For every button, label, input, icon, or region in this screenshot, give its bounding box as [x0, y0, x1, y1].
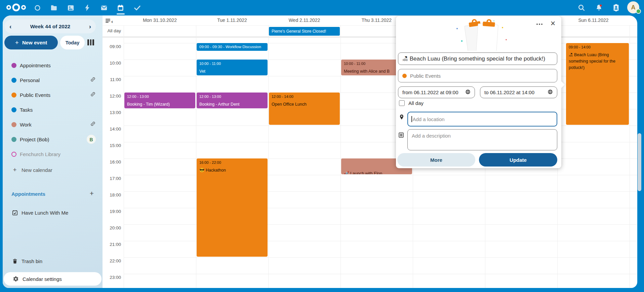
popup-actions-menu-icon[interactable]: [534, 21, 545, 28]
calendar-color-dot: [11, 122, 16, 127]
timezone-globe-icon[interactable]: [465, 89, 471, 96]
sidebar: ‹ Week 44 of 2022 › + New event Today Ap…: [3, 15, 103, 288]
day-header-2: Wed 2.11.2022: [268, 17, 340, 24]
sidebar-calendar-fenchurch-library[interactable]: Fenchurch Library: [3, 147, 103, 161]
calendar-check-icon: [11, 210, 18, 216]
hour-label: 12:00: [103, 94, 121, 99]
sidebar-calendar-tasks[interactable]: Tasks: [3, 103, 103, 116]
new-calendar-button[interactable]: + New calendar: [3, 163, 103, 177]
all-day-label: All day: [100, 28, 121, 33]
contacts-icon[interactable]: [612, 3, 620, 12]
event-title-input[interactable]: 🏖 Beach Luau (Bring something special fo…: [398, 52, 557, 65]
start-datetime-field[interactable]: from 06.11.2022 at 09:00: [398, 86, 475, 98]
calendar-name: Tasks: [20, 107, 33, 113]
text-cursor: [411, 116, 412, 122]
tasks-app-icon[interactable]: [133, 3, 142, 12]
hour-label: 10:00: [103, 61, 121, 66]
mail-app-icon[interactable]: [99, 3, 108, 12]
calendar-app-icon[interactable]: [116, 3, 125, 12]
event-7[interactable]: 16:00 - 22:00😎 Hackathon: [197, 158, 268, 257]
next-week-button[interactable]: ›: [89, 23, 91, 30]
grid-hour-line: [124, 274, 637, 274]
new-event-button[interactable]: + New event: [4, 36, 58, 49]
files-app-icon[interactable]: [50, 3, 58, 12]
photos-app-icon[interactable]: [66, 3, 75, 12]
sidebar-calendar-work[interactable]: Work: [3, 118, 103, 131]
event-title: 😎 Hackathon: [197, 165, 268, 174]
event-2[interactable]: 10:00 - 11:00Vet: [197, 60, 268, 75]
grid-vertical-line: [124, 25, 124, 288]
sidebar-calendar-public-events[interactable]: Public Events: [3, 88, 103, 102]
sidebar-calendar-personal[interactable]: Personal: [3, 73, 103, 87]
event-5[interactable]: 12:00 - 14:00Open Office Lunch: [269, 93, 340, 125]
event-time: 12:00 - 14:00: [269, 93, 340, 99]
avatar-letter: B: [87, 135, 96, 144]
grid-vertical-line: [630, 25, 630, 288]
user-status-dot: [636, 9, 641, 14]
grid-vertical-line: [340, 25, 341, 288]
plus-icon: +: [15, 39, 19, 46]
previous-week-button[interactable]: ‹: [9, 23, 11, 30]
today-button[interactable]: Today: [60, 36, 85, 49]
week-label: Week 44 of 2022: [30, 24, 70, 30]
hour-label: 15:00: [103, 143, 121, 148]
calendar-name: Personal: [20, 77, 40, 83]
appointment-item-have-lunch[interactable]: Have Lunch With Me: [3, 206, 103, 219]
dashboard-app-icon[interactable]: [33, 3, 42, 12]
activity-app-icon[interactable]: [83, 3, 92, 12]
event-0[interactable]: Pierre's General Store Closed!: [269, 27, 340, 36]
event-title: 🚀 Launch with Elon: [341, 168, 412, 174]
event-title: 🏖 Beach Luau (Bring something special fo…: [566, 49, 629, 71]
share-link-icon[interactable]: [90, 121, 96, 128]
plus-icon: +: [11, 166, 18, 174]
sidebar-calendar-appointments[interactable]: Appointments: [3, 59, 103, 72]
event-title: Booking - Tim (Wizard): [124, 99, 195, 108]
calendar-color-dot: [11, 93, 16, 98]
event-4[interactable]: 12:00 - 13:00Booking - Arthur Dent: [197, 93, 268, 108]
calendar-select[interactable]: Public Events: [398, 69, 557, 82]
event-time: 10:00 - 11:00: [197, 60, 268, 66]
event-3[interactable]: 12:00 - 13:00Booking - Tim (Wizard): [124, 93, 195, 108]
vertical-scrollbar-thumb[interactable]: [638, 133, 641, 191]
trash-icon: [11, 258, 18, 264]
location-input[interactable]: Add a location: [407, 112, 557, 126]
popup-arrow: [558, 81, 565, 88]
notifications-bell-icon[interactable]: [595, 3, 603, 12]
description-input[interactable]: Add a description: [407, 129, 557, 150]
hour-label: 21:00: [103, 242, 121, 247]
calendar-settings-button[interactable]: Calendar settings: [4, 272, 102, 286]
add-appointment-config-button[interactable]: +: [90, 190, 94, 197]
close-icon[interactable]: ×: [548, 18, 558, 28]
nextcloud-logo[interactable]: [5, 2, 27, 14]
checkbox-box[interactable]: [399, 100, 405, 106]
more-button[interactable]: More: [397, 153, 475, 167]
day-header-0: Mon 31.10.2022: [124, 17, 196, 24]
location-pin-icon: [399, 114, 405, 122]
all-day-checkbox[interactable]: All day: [399, 100, 424, 106]
view-switcher-icon[interactable]: [87, 39, 95, 45]
timezone-globe-icon[interactable]: [548, 89, 553, 96]
event-title: Pierre's General Store Closed!: [269, 27, 340, 36]
update-button[interactable]: Update: [479, 153, 557, 167]
hour-label: 09:00: [103, 44, 121, 49]
event-9[interactable]: 09:00 - 14:00🏖 Beach Luau (Bring somethi…: [566, 43, 629, 125]
hour-label: 22:00: [103, 258, 121, 263]
event-time: 12:00 - 13:00: [124, 93, 195, 99]
event-1[interactable]: 09:00 - 09:30 - Workflow Discussion: [197, 43, 268, 51]
event-time: 12:00 - 13:00: [197, 93, 268, 99]
share-link-icon[interactable]: [90, 92, 96, 99]
toggle-sidebar-icon[interactable]: ‹: [106, 19, 113, 24]
search-icon[interactable]: [577, 3, 586, 12]
sidebar-calendar-project-bob-[interactable]: Project (Bob)B: [3, 133, 103, 146]
calendar-name: Work: [20, 122, 32, 127]
event-time: 16:00 - 22:00: [197, 158, 268, 165]
trash-bin-button[interactable]: Trash bin: [3, 254, 103, 268]
calendar-name: Project (Bob): [20, 137, 49, 142]
active-app-indicator: [117, 13, 125, 14]
end-datetime-field[interactable]: to 06.11.2022 at 14:00: [480, 86, 557, 98]
hour-label: 16:00: [103, 159, 121, 165]
share-link-icon[interactable]: [90, 77, 96, 84]
appointments-section-title: Appointments: [11, 191, 95, 197]
week-selector[interactable]: ‹ Week 44 of 2022 ›: [5, 20, 96, 33]
calendar-name: Fenchurch Library: [20, 151, 61, 157]
